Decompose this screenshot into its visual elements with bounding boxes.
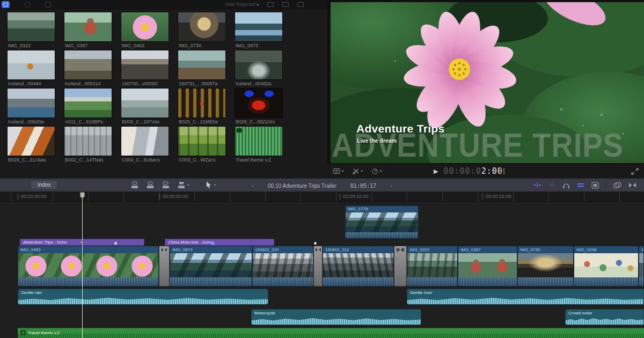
marker[interactable] <box>314 242 317 245</box>
clip-thumbnail <box>64 50 112 80</box>
media-item[interactable]: B026_C...0521IXs <box>235 88 283 124</box>
solo-headphones-icon[interactable] <box>562 182 570 189</box>
clip-filmstrip <box>407 253 457 277</box>
transitions-browser-icon[interactable] <box>628 182 636 188</box>
music-waveform <box>18 334 644 338</box>
media-item[interactable]: C003_C...WZacs <box>178 126 226 163</box>
audio-clip[interactable]: Gentle rain <box>18 289 268 305</box>
clip-filmstrip <box>253 253 313 277</box>
clip-thumbnail <box>178 12 226 42</box>
audio-clip[interactable]: Gentle river <box>407 289 644 305</box>
media-item[interactable]: IMG_0730 <box>178 12 226 48</box>
grid-view-icon[interactable] <box>267 2 274 7</box>
music-clip[interactable]: ♪ Travel theme v.2 <box>18 328 644 338</box>
title-overlay: Adventure Trips <box>356 122 444 135</box>
video-clip[interactable]: 150802_020 <box>252 246 313 286</box>
media-item[interactable]: Iceland...00620a <box>7 88 55 124</box>
title-clip[interactable]: China Moto-trek - Echo <box>165 239 274 246</box>
fullscreen-button[interactable] <box>631 168 639 175</box>
clip-label: B026_C...0521IXs <box>235 118 283 124</box>
media-item[interactable]: IMG_0322 <box>7 12 55 48</box>
media-item[interactable]: Iceland...000314 <box>64 50 112 86</box>
playhead-handle[interactable] <box>80 192 85 198</box>
viewer-canvas: ADVENTURE TRIPS Adventure Trips Live the… <box>331 2 644 163</box>
retime-button[interactable]: ▾ <box>371 168 382 174</box>
clip-label: B009_C...187Vas <box>121 118 169 124</box>
clip-filmstrip <box>574 253 638 277</box>
filter-dropdown[interactable]: Hide Rejected ▾ <box>225 2 259 7</box>
index-button[interactable]: Index <box>31 181 57 189</box>
insert-clip-icon[interactable] <box>146 181 155 189</box>
play-button[interactable]: ▶ <box>434 168 438 175</box>
timecode-display[interactable]: 00:00:02:00 <box>443 166 502 176</box>
project-title: 00.10 Adventure Trips Trailer <box>268 183 336 189</box>
media-item[interactable]: B028_C...21A6as <box>7 126 55 163</box>
clip-label: B025_C...21MEbs <box>178 118 226 124</box>
chevron-down-icon: ▾ <box>380 169 382 173</box>
tools-button[interactable]: ▾ <box>353 168 363 174</box>
clip-label: IMG_0873 <box>235 42 283 48</box>
video-clip[interactable]: 15... <box>639 246 644 286</box>
timeline-panel: 00:00:00:00 00:00:05:00 00:00:10:00 00:0… <box>0 192 644 338</box>
media-item[interactable]: Iceland...00494 <box>7 50 55 86</box>
bookmark-filter-icon[interactable] <box>45 2 51 8</box>
snapping-icon[interactable] <box>577 182 584 188</box>
clip-thumbnail <box>64 88 112 118</box>
append-clip-icon[interactable] <box>162 181 170 189</box>
audio-clip[interactable]: Motorcycle <box>251 309 421 325</box>
ruler-timecode: 00:00:15:00 <box>482 194 511 200</box>
overwrite-clip-button[interactable]: ▾ <box>177 181 189 189</box>
effects-browser-icon[interactable] <box>613 182 621 189</box>
clip-label: Iceland...00620a <box>7 118 55 124</box>
clip-name: IMG_0873 <box>170 246 252 253</box>
transition-icon <box>315 247 321 252</box>
video-clip[interactable]: IMG_0322 <box>407 246 458 286</box>
marker[interactable] <box>114 242 117 245</box>
media-item[interactable]: B025_C...21MEbs <box>178 88 226 124</box>
connected-clip[interactable]: IMG_1775 <box>345 205 419 239</box>
transition-clip[interactable] <box>394 246 407 286</box>
audio-skimming-icon[interactable] <box>548 182 555 188</box>
video-clip[interactable]: 150802_012 <box>323 246 394 286</box>
clip-appearance-icon[interactable] <box>591 182 599 189</box>
previous-project-button[interactable]: ‹ <box>252 182 254 189</box>
clip-waveform <box>170 277 252 286</box>
clip-name: Motorcycle <box>252 310 421 315</box>
sliders-icon[interactable] <box>282 2 289 7</box>
video-clip[interactable]: IMG_0730 <box>517 246 574 286</box>
audio-clip[interactable]: Crowd noise <box>565 309 644 325</box>
media-item[interactable]: C004_C...5U6acs <box>121 126 169 163</box>
filmstrip-view-icon[interactable] <box>2 1 10 8</box>
media-item[interactable]: 150730...v00083 <box>121 50 169 86</box>
video-clip[interactable]: IMG_0873 <box>170 246 252 286</box>
view-options-button[interactable]: ▾ <box>333 168 344 174</box>
transition-clip[interactable] <box>313 246 323 286</box>
skimming-icon[interactable] <box>533 182 541 188</box>
media-item[interactable]: IMG_0367 <box>64 12 112 48</box>
next-project-button[interactable]: › <box>390 182 392 189</box>
clock-filter-icon[interactable] <box>25 2 31 8</box>
media-item[interactable]: Travel theme v.2 <box>235 126 283 163</box>
transition-clip[interactable] <box>159 246 170 286</box>
media-item[interactable]: Iceland...00462a <box>235 50 283 86</box>
chevron-down-icon: ▾ <box>342 169 344 173</box>
select-tool-button[interactable]: ▾ <box>206 181 216 189</box>
settings-icon[interactable] <box>297 2 304 7</box>
media-item[interactable]: IMG_0453 <box>121 12 169 48</box>
timeline-ruler[interactable]: 00:00:00:00 00:00:05:00 00:00:10:00 00:0… <box>0 192 644 202</box>
media-item[interactable]: B009_C...187Vas <box>121 88 169 124</box>
connect-clip-icon[interactable] <box>130 181 139 189</box>
media-item[interactable]: A011_C...516BPs <box>64 88 112 124</box>
clip-thumbnail <box>235 88 283 118</box>
video-clip[interactable]: IMG_0453 <box>18 246 159 286</box>
marker-blue[interactable] <box>211 241 215 245</box>
media-item[interactable]: 150731_...00087a <box>178 50 226 86</box>
playhead[interactable] <box>82 192 83 338</box>
video-clip[interactable]: IMG_0367 <box>458 246 517 286</box>
video-clip[interactable]: IMG_0298 <box>574 246 639 286</box>
clip-waveform <box>639 277 643 286</box>
chevron-down-icon: ▾ <box>257 3 259 6</box>
media-item[interactable]: IMG_0873 <box>235 12 283 48</box>
clip-label: A011_C...516BPs <box>64 118 112 124</box>
media-item[interactable]: B002_C...14TNas <box>64 126 112 163</box>
